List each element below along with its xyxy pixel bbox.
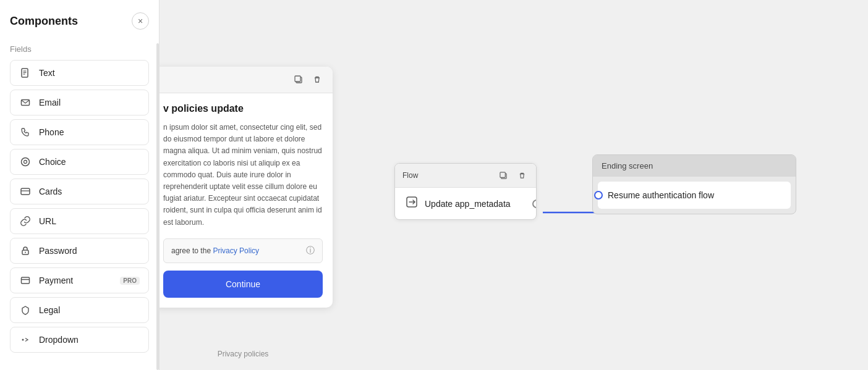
sidebar-item-password[interactable]: Password	[10, 238, 149, 264]
flow-node-header: Flow	[395, 164, 536, 188]
privacy-policy-link[interactable]: Privacy Policy	[213, 246, 259, 255]
svg-rect-7	[21, 188, 30, 195]
sidebar-item-payment[interactable]: Payment PRO	[10, 267, 149, 293]
sidebar-item-dropdown[interactable]: Dropdown	[10, 327, 149, 353]
flow-node-title: Flow	[402, 171, 418, 180]
ending-screen-connector-left[interactable]	[594, 191, 603, 200]
sidebar-item-choice-label: Choice	[39, 157, 66, 167]
sidebar-item-cards[interactable]: Cards	[10, 179, 149, 204]
choice-icon	[19, 156, 32, 168]
flow-node: Flow Update app_metadata	[394, 163, 537, 220]
dropdown-icon	[19, 334, 32, 346]
close-button[interactable]: ×	[132, 12, 149, 30]
policies-card-body: v policies update n ipsum dolor sit amet…	[160, 93, 333, 308]
flow-node-label: Update app_metadata	[425, 199, 511, 209]
sidebar: Components × Fields Text Email Phone	[0, 0, 160, 370]
sidebar-item-url-label: URL	[39, 216, 56, 226]
doc-icon	[19, 67, 32, 79]
privacy-agree-text: agree to the Privacy Policy	[171, 246, 301, 255]
ending-screen-body: Resume authentication flow	[598, 182, 791, 209]
flow-copy-icon[interactable]	[496, 169, 510, 182]
sidebar-item-cards-label: Cards	[39, 187, 62, 196]
url-icon	[19, 215, 32, 227]
sidebar-item-email[interactable]: Email	[10, 90, 149, 116]
copy-icon[interactable]	[292, 73, 305, 86]
sidebar-item-phone-label: Phone	[39, 127, 64, 137]
ending-screen-label: Resume authentication flow	[608, 190, 714, 200]
scrollbar[interactable]	[156, 43, 159, 370]
password-icon	[19, 245, 32, 257]
sidebar-item-text[interactable]: Text	[10, 60, 149, 86]
policies-card: v policies update n ipsum dolor sit amet…	[160, 67, 333, 308]
payment-icon	[19, 274, 32, 287]
sidebar-item-password-label: Password	[39, 246, 77, 256]
flow-node-body: Update app_metadata	[395, 188, 536, 219]
info-icon[interactable]: ⓘ	[306, 245, 315, 256]
sidebar-title: Components	[10, 15, 78, 28]
sidebar-item-text-label: Text	[39, 68, 55, 78]
svg-point-5	[22, 158, 30, 166]
component-list: Text Email Phone Choice	[10, 60, 149, 353]
svg-point-10	[25, 252, 26, 253]
delete-icon[interactable]	[310, 73, 324, 86]
privacy-checkbox-row: agree to the Privacy Policy ⓘ	[163, 238, 323, 263]
sidebar-item-legal-label: Legal	[39, 305, 60, 315]
legal-icon	[19, 304, 32, 316]
phone-icon	[19, 126, 32, 138]
policies-card-toolbar	[160, 67, 333, 93]
svg-rect-16	[295, 76, 300, 82]
svg-rect-18	[500, 172, 504, 177]
flow-node-connector-right[interactable]	[532, 200, 537, 208]
flow-delete-icon[interactable]	[515, 169, 529, 182]
sidebar-item-legal[interactable]: Legal	[10, 297, 149, 323]
policies-body-text: n ipsum dolor sit amet, consectetur cing…	[163, 122, 323, 229]
svg-point-6	[24, 161, 27, 164]
sidebar-item-phone[interactable]: Phone	[10, 119, 149, 145]
sidebar-header: Components ×	[10, 12, 149, 30]
policies-title: v policies update	[163, 103, 323, 114]
sidebar-item-choice[interactable]: Choice	[10, 149, 149, 175]
svg-rect-11	[22, 277, 30, 284]
ending-screen-node: Ending screen Resume authentication flow	[592, 154, 796, 214]
cards-icon	[19, 185, 32, 198]
sidebar-item-dropdown-label: Dropdown	[39, 335, 79, 345]
sidebar-item-url[interactable]: URL	[10, 208, 149, 234]
pro-badge: PRO	[120, 277, 140, 285]
sidebar-item-payment-label: Payment	[39, 275, 73, 285]
svg-point-13	[22, 339, 24, 341]
flow-node-action-icon	[405, 195, 419, 212]
continue-button[interactable]: Continue	[163, 271, 323, 298]
canvas: v policies update n ipsum dolor sit amet…	[160, 0, 868, 370]
fields-label: Fields	[10, 44, 149, 54]
ending-screen-header: Ending screen	[593, 155, 796, 177]
email-icon	[19, 96, 32, 109]
flow-node-actions	[496, 169, 529, 182]
sidebar-item-email-label: Email	[39, 98, 61, 107]
card-footer-label: Privacy policies	[160, 350, 333, 358]
